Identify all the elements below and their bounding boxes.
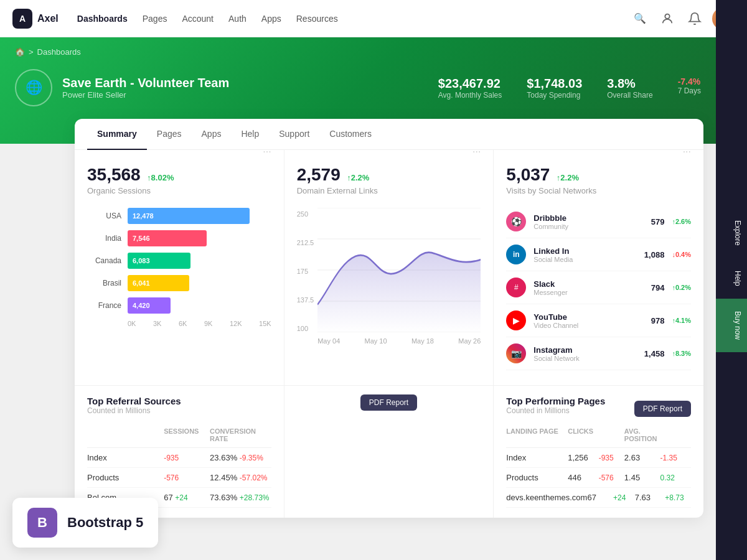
stats-grid: 35,568 ↑8.02% Organic Sessions ··· USA 1… (75, 150, 703, 385)
hero-stat-value-days: -7.4% (678, 77, 701, 86)
bar-row-brasil: Brasil 6,041 (87, 275, 271, 291)
youtube-value: 978 (651, 316, 665, 325)
y-label-175: 175 (297, 268, 314, 275)
line-chart-container: 250 212.5 175 137.5 100 (297, 208, 481, 345)
pages-row-3: devs.keenthemes.com 67 +24 7.63 +8.73 (506, 488, 691, 508)
hero-title: Save Earth - Volunteer Team (62, 76, 428, 90)
y-label-2125: 212.5 (297, 239, 314, 246)
home-icon[interactable]: 🏠 (15, 47, 25, 57)
slack-icon: # (506, 278, 526, 297)
slack-value: 794 (651, 283, 665, 292)
referral-title: Top Referral Sources (87, 396, 181, 406)
bar-fill-india: 7,546 (128, 230, 207, 246)
social-row-youtube: ▶ YouTube Video Channel 978 ↑4.1% (506, 304, 691, 337)
notification-icon[interactable] (685, 9, 705, 29)
bar-label-france: France (87, 301, 121, 310)
instagram-info: Instagram Social Network (533, 345, 637, 362)
nav-links: Dashboards Pages Account Auth Apps Resou… (77, 14, 630, 24)
tab-customers[interactable]: Customers (319, 119, 382, 150)
youtube-type: Video Channel (533, 322, 643, 329)
hero-stat-share: 3.8% Overall Share (607, 77, 652, 100)
bootstrap-label: Bootstrap 5 (67, 515, 143, 531)
bar-row-usa: USA 12,478 (87, 208, 271, 224)
pages-title: Top Performing Pages (506, 396, 605, 406)
user-icon[interactable] (657, 9, 677, 29)
breadcrumb: 🏠 > Dashboards (15, 47, 701, 57)
svg-point-0 (665, 14, 669, 18)
organic-sessions-change: ↑8.02% (147, 173, 174, 182)
panel-middle: PDF Report (284, 386, 494, 518)
tab-pages[interactable]: Pages (147, 119, 192, 150)
panel-social-visits: 5,037 ↑2.2% Visits by Social Networks ··… (494, 150, 703, 385)
pages-sub: Counted in Millions (506, 406, 605, 415)
more-options-organic[interactable]: ··· (263, 146, 271, 157)
search-icon[interactable]: 🔍 (630, 9, 650, 29)
referral-row-2: Products -576 12.45% -57.02% (87, 468, 271, 488)
tab-help[interactable]: Help (231, 119, 269, 150)
pdf-report-btn-right[interactable]: PDF Report (634, 401, 691, 417)
social-row-slack: # Slack Messenger 794 ↑0.2% (506, 271, 691, 304)
more-options-domain[interactable]: ··· (472, 146, 481, 157)
referral-row-1: Index -935 23.63% -9.35% (87, 448, 271, 468)
hero-stats: $23,467.92 Avg. Monthly Sales $1,748.03 … (438, 77, 701, 100)
domain-links-value: 2,579 (297, 165, 341, 184)
social-visits-value: 5,037 (506, 165, 550, 184)
nav-account[interactable]: Account (182, 14, 214, 24)
help-button[interactable]: Help (716, 258, 747, 299)
bootstrap-watermark: B Bootstrap 5 (12, 498, 158, 548)
more-options-social[interactable]: ··· (683, 146, 691, 157)
instagram-change: ↑8.3% (672, 350, 691, 357)
app-logo[interactable]: A Axel (12, 9, 59, 29)
instagram-value: 1,458 (644, 349, 665, 358)
linkedin-icon: in (506, 245, 526, 264)
tab-support[interactable]: Support (269, 119, 319, 150)
domain-links-change: ↑2.2% (347, 173, 369, 182)
linkedin-change: ↓0.4% (672, 251, 691, 258)
bootstrap-icon: B (27, 508, 57, 538)
buy-now-button[interactable]: Buy now (716, 299, 747, 352)
navbar: A Axel Dashboards Pages Account Auth App… (0, 0, 747, 37)
slack-name: Slack (533, 279, 643, 289)
bar-row-india: India 7,546 (87, 230, 271, 246)
pages-header: LANDING PAGE CLICKS AVG. POSITION (506, 425, 691, 448)
social-row-instagram: 📷 Instagram Social Network 1,458 ↑8.3% (506, 337, 691, 370)
dribbble-info: Dribbble Community (533, 213, 643, 230)
linkedin-info: Linked In Social Media (533, 246, 637, 263)
explore-button[interactable]: Explore (716, 208, 747, 258)
hero-stat-monthly: $23,467.92 Avg. Monthly Sales (438, 77, 502, 100)
bar-axis: 0K 3K 6K 9K 12K 15K (87, 320, 271, 327)
pdf-report-btn-left[interactable]: PDF Report (360, 394, 417, 411)
bar-fill-canada: 6,083 (128, 253, 190, 269)
linkedin-value: 1,088 (644, 250, 665, 259)
youtube-info: YouTube Video Channel (533, 312, 643, 329)
pages-row-1: Index 1,256 -935 2.63 -1.35 (506, 448, 691, 468)
bar-label-canada: Canada (87, 256, 121, 265)
bar-fill-brasil: 6,041 (128, 275, 189, 291)
nav-dashboards[interactable]: Dashboards (77, 14, 128, 24)
nav-auth[interactable]: Auth (228, 14, 247, 24)
logo-icon: A (12, 9, 32, 29)
youtube-name: YouTube (533, 312, 643, 322)
bar-label-india: India (87, 234, 121, 243)
youtube-icon: ▶ (506, 310, 526, 330)
bar-container-france: 4,420 (128, 297, 271, 314)
referral-sub: Counted in Millions (87, 406, 181, 415)
slack-type: Messenger (533, 289, 643, 296)
nav-pages[interactable]: Pages (143, 14, 167, 24)
dribbble-type: Community (533, 223, 643, 230)
bottom-grid: Top Referral Sources Counted in Millions… (75, 385, 703, 518)
hero-stat-value-monthly: $23,467.92 (438, 77, 502, 91)
nav-apps[interactable]: Apps (261, 14, 281, 24)
linkedin-type: Social Media (533, 256, 637, 263)
bar-container-brasil: 6,041 (128, 275, 271, 291)
y-label-1375: 137.5 (297, 296, 314, 304)
hero-stat-label-today: Today Spending (527, 91, 582, 100)
tab-summary[interactable]: Summary (87, 119, 147, 150)
tab-apps[interactable]: Apps (192, 119, 232, 150)
nav-resources[interactable]: Resources (296, 14, 338, 24)
linkedin-name: Linked In (533, 246, 637, 256)
main-card: Summary Pages Apps Help Support Customer… (75, 119, 703, 518)
bar-label-usa: USA (87, 212, 121, 220)
social-row-dribbble: ⚽ Dribbble Community 579 ↑2.6% (506, 205, 691, 238)
slack-change: ↑0.2% (672, 284, 691, 291)
